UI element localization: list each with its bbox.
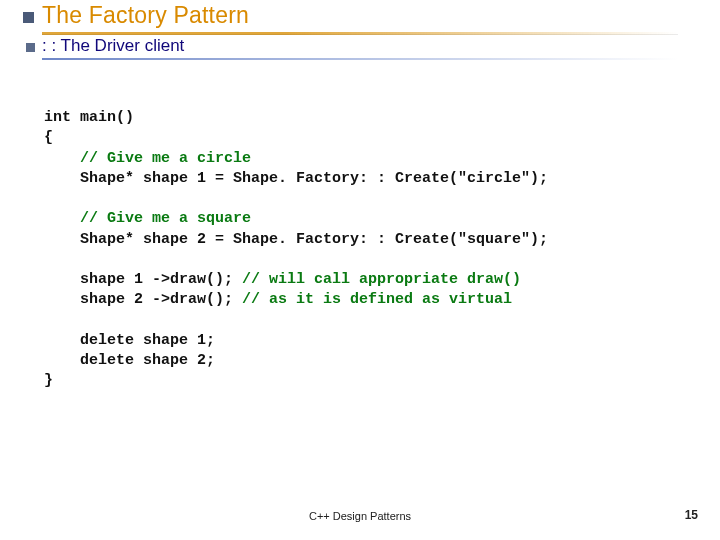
code-line: int main() — [44, 109, 134, 126]
page-number: 15 — [685, 508, 698, 522]
code-line: } — [44, 372, 53, 389]
code-indent — [44, 210, 80, 227]
subtitle-underline — [42, 58, 678, 60]
title-underline — [42, 32, 678, 35]
code-line: shape 2 ->draw(); — [44, 291, 242, 308]
code-comment: // Give me a circle — [80, 150, 251, 167]
code-line: shape 1 ->draw(); — [44, 271, 242, 288]
code-line: Shape* shape 1 = Shape. Factory: : Creat… — [44, 170, 548, 187]
bullet-square-icon — [23, 12, 34, 23]
code-line: delete shape 1; — [44, 332, 215, 349]
code-indent — [44, 150, 80, 167]
code-line: delete shape 2; — [44, 352, 215, 369]
slide: The Factory Pattern : : The Driver clien… — [0, 0, 720, 540]
code-line: { — [44, 129, 53, 146]
code-comment: // Give me a square — [80, 210, 251, 227]
code-block: int main() { // Give me a circle Shape* … — [44, 108, 676, 392]
slide-subtitle: : : The Driver client — [42, 36, 184, 56]
code-comment: // will call appropriate draw() — [242, 271, 521, 288]
footer: C++ Design Patterns 15 — [0, 510, 720, 522]
code-comment: // as it is defined as virtual — [242, 291, 512, 308]
bullet-square-icon — [26, 43, 35, 52]
code-line: Shape* shape 2 = Shape. Factory: : Creat… — [44, 231, 548, 248]
footer-text: C++ Design Patterns — [0, 510, 720, 522]
slide-title: The Factory Pattern — [42, 2, 249, 29]
